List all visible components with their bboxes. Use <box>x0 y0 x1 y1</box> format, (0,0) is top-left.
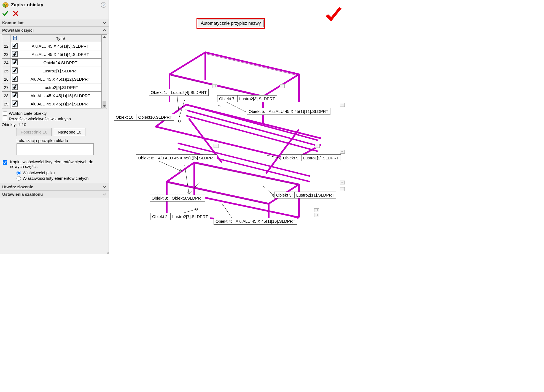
section-powstale[interactable]: Powstałe części <box>0 26 109 34</box>
scroll-up-icon[interactable] <box>102 35 107 39</box>
pin-icon[interactable]: ⊣ <box>212 84 217 88</box>
table-row[interactable]: 25 Lustro2[1].SLDPRT <box>2 67 102 75</box>
row-index: 24 <box>2 59 10 67</box>
row-check[interactable] <box>10 92 19 100</box>
pin-icon[interactable]: ⊣ <box>340 150 345 154</box>
cube-icon <box>2 2 9 8</box>
pin-icon[interactable]: ⊣ <box>280 84 285 88</box>
callout[interactable]: Obiekt 2:Lustro2[7].SLDPRT <box>150 213 210 220</box>
row-check[interactable] <box>10 42 19 50</box>
row-title: Lustro2[5].SLDPRT <box>19 83 102 92</box>
table-row[interactable]: 24 Obiekt24.SLDPRT <box>2 59 102 67</box>
col-title: Tytuł <box>19 35 102 42</box>
ok-icon[interactable] <box>2 10 8 17</box>
callout[interactable]: Obiekt 5:Alu ALU 45 X 45(1)[11].SLDPRT <box>247 108 330 115</box>
row-check[interactable] <box>10 100 19 108</box>
table-row[interactable]: 22 Alu ALU 45 X 45(1)[5].SLDPRT <box>2 42 102 50</box>
row-check[interactable] <box>10 83 19 92</box>
callout-key: Obiekt 8: <box>150 195 170 201</box>
pin-icon[interactable]: ⊣ <box>340 103 345 107</box>
loc-input[interactable] <box>17 143 94 155</box>
parts-table-wrap: Tytuł 22 Alu ALU 45 X 45(1)[5].SLDPRT23 … <box>2 34 107 108</box>
panel-header: Zapisz obiekty ? <box>0 0 109 10</box>
row-check[interactable] <box>10 50 19 59</box>
row-check[interactable] <box>10 67 19 75</box>
action-row <box>0 10 109 19</box>
section-ustawienia[interactable]: Ustawienia szablonu <box>0 190 109 198</box>
col-save <box>10 35 19 42</box>
row-index: 22 <box>2 42 10 50</box>
pin-icon[interactable]: ⊣ <box>314 213 319 217</box>
cancel-icon[interactable] <box>13 10 19 17</box>
save-icon <box>13 36 17 40</box>
pin-icon[interactable]: ⊣ <box>340 181 345 184</box>
callout-value: Obiekt8.SLDPRT <box>170 195 205 201</box>
prev-button[interactable]: Poprzednie 10 <box>17 128 52 136</box>
chk-kopiuj[interactable] <box>3 160 7 165</box>
callout-value: Alu ALU 45 X 45(1)[11].SLDPRT <box>267 108 330 115</box>
table-scrollbar[interactable] <box>102 35 107 108</box>
radio-plik[interactable] <box>17 171 21 175</box>
auto-assign-highlight: Automatycznie przypisz nazwy <box>196 18 265 29</box>
callout-value: Alu ALU 45 X 45(1)[6].SLDPRT <box>156 155 217 161</box>
viewport-3d[interactable]: Automatycznie przypisz nazwy Obiek <box>109 0 353 254</box>
property-panel: Zapisz obiekty ? Komunikat Powstałe częś… <box>0 0 109 254</box>
callout-key: Obiekt 7: <box>217 96 238 102</box>
row-check[interactable] <box>10 59 19 67</box>
row-check[interactable] <box>10 75 19 83</box>
row-title: Alu ALU 45 X 45(1)[15].SLDPRT <box>19 92 102 100</box>
pin-icon[interactable]: ⊣ <box>340 187 345 191</box>
callout-key: Obiekt 3: <box>274 192 295 198</box>
row-index: 29 <box>2 100 10 108</box>
callout-key: Obiekt 4: <box>214 218 234 224</box>
pin-icon[interactable]: ⊣ <box>214 144 219 148</box>
chevron-down-icon <box>103 185 106 189</box>
callout[interactable]: Obiekt 10:Obiekt10.SLDPRT <box>114 114 174 121</box>
table-row[interactable]: 29 Alu ALU 45 X 45(1)[14].SLDPRT <box>2 100 102 108</box>
objects-range: Obiekty: 1-10 <box>2 122 106 127</box>
callout-value: Alu ALU 45 X 45(1)[16].SLDPRT <box>234 218 297 224</box>
section-utworz[interactable]: Utwórz złożenie <box>0 183 109 190</box>
callout-key: Obiekt 9: <box>281 155 301 161</box>
callout[interactable]: Obiekt 1:Lustro2[4].SLDPRT <box>149 89 209 96</box>
table-row[interactable]: 27 Lustro2[5].SLDPRT <box>2 83 102 92</box>
section-komunikat[interactable]: Komunikat <box>0 19 109 26</box>
next-button[interactable]: Następne 10 <box>54 128 85 136</box>
confirm-checkmark-icon <box>322 6 344 25</box>
chk-rozejscie[interactable] <box>3 117 7 121</box>
auto-assign-button[interactable]: Automatycznie przypisz nazwy <box>198 20 264 27</box>
callout[interactable]: Obiekt 7:Lustro2[3].SLDPRT <box>217 95 277 102</box>
row-index: 26 <box>2 75 10 83</box>
callout-key: Obiekt 6: <box>136 155 156 161</box>
callout-key: Obiekt 2: <box>150 213 171 220</box>
row-title: Lustro2[1].SLDPRT <box>19 67 102 75</box>
callout-key: Obiekt 10: <box>114 114 136 120</box>
parts-table: Tytuł 22 Alu ALU 45 X 45(1)[5].SLDPRT23 … <box>2 35 102 108</box>
chevron-down-icon <box>103 21 106 25</box>
table-row[interactable]: 26 Alu ALU 45 X 45(1)[12].SLDPRT <box>2 75 102 83</box>
loc-label: Lokalizacja początku układu <box>17 138 106 143</box>
callout-value: Lustro2[11].SLDPRT <box>295 192 336 198</box>
chk-wchlon[interactable] <box>3 111 7 116</box>
callout[interactable]: Obiekt 9:Lustro1[2].SLDPRT <box>281 154 341 161</box>
radio-lista[interactable] <box>17 176 21 181</box>
callout[interactable]: Obiekt 8:Obiekt8.SLDPRT <box>150 195 205 202</box>
row-index: 28 <box>2 92 10 100</box>
help-icon[interactable]: ? <box>101 2 106 8</box>
pin-icon[interactable]: ⊣ <box>315 144 320 148</box>
scroll-down-icon[interactable] <box>102 104 107 108</box>
row-index: 27 <box>2 83 10 92</box>
chevron-up-icon <box>103 28 106 32</box>
callout-value: Lustro1[2].SLDPRT <box>301 155 341 161</box>
callout[interactable]: Obiekt 4:Alu ALU 45 X 45(1)[16].SLDPRT <box>214 218 297 225</box>
table-row[interactable]: 28 Alu ALU 45 X 45(1)[15].SLDPRT <box>2 92 102 100</box>
table-row[interactable]: 23 Alu ALU 45 X 45(1)[4].SLDPRT <box>2 50 102 59</box>
callout-key: Obiekt 5: <box>247 108 267 115</box>
pin-icon[interactable]: ⊣ <box>314 208 319 212</box>
callout[interactable]: Obiekt 6:Alu ALU 45 X 45(1)[6].SLDPRT <box>136 154 217 161</box>
row-index: 23 <box>2 50 10 59</box>
row-index: 25 <box>2 67 10 75</box>
row-title: Alu ALU 45 X 45(1)[12].SLDPRT <box>19 75 102 83</box>
callout[interactable]: Obiekt 3:Lustro2[11].SLDPRT <box>274 192 336 198</box>
svg-rect-5 <box>14 38 16 40</box>
